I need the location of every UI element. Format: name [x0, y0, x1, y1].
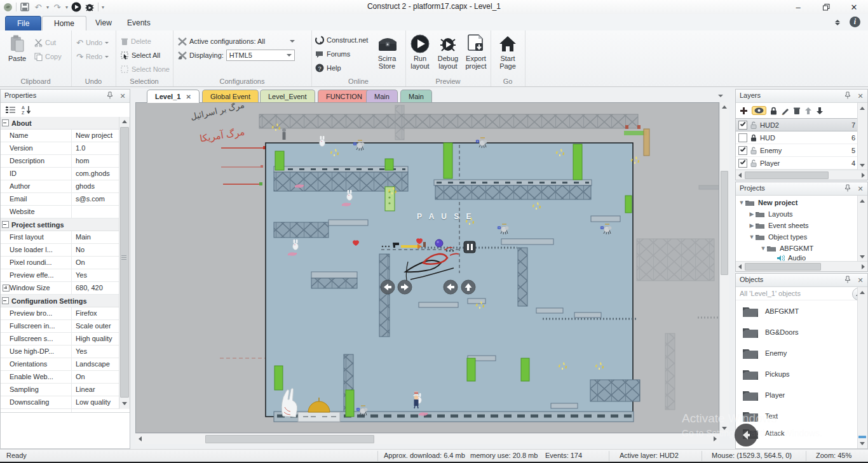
tab-overflow-dropdown[interactable]: [718, 95, 723, 97]
forums-link[interactable]: Forums: [315, 48, 350, 60]
property-row[interactable]: NameNew project: [1, 130, 120, 142]
objects-vscroll[interactable]: [857, 287, 867, 448]
close-tab-icon[interactable]: ✕: [186, 93, 191, 100]
object-folder-abfgkmt[interactable]: ABFGKMT: [736, 300, 858, 321]
property-row[interactable]: SamplingLinear: [1, 384, 120, 396]
undo-ribbon-button[interactable]: ↶ Undo: [76, 37, 109, 48]
property-row-window-size[interactable]: Window Size680, 420: [1, 282, 120, 295]
close-icon[interactable]: ✕: [856, 184, 865, 193]
delete-layer-icon[interactable]: [793, 107, 801, 115]
move-layer-down-icon[interactable]: [816, 107, 824, 115]
close-icon[interactable]: ✕: [856, 91, 865, 100]
properties-scrollbar[interactable]: [119, 117, 130, 409]
layer-visible-checkbox[interactable]: [738, 159, 747, 168]
minimize-button[interactable]: –: [784, 0, 812, 14]
debug-layout-button[interactable]: Debug layout: [433, 34, 463, 70]
property-row[interactable]: Descriptionhom: [1, 155, 120, 168]
paste-button[interactable]: Paste: [3, 34, 32, 62]
delete-button[interactable]: Delete: [121, 36, 151, 47]
layer-row-hud[interactable]: HUD6: [736, 131, 858, 144]
tab-level-event[interactable]: Level_Event: [260, 90, 315, 103]
start-page-button[interactable]: Start Page: [493, 34, 522, 70]
property-row[interactable]: Preview effe...Yes: [1, 269, 120, 282]
property-row[interactable]: OrientationsLandscape: [1, 358, 120, 371]
property-row[interactable]: Pixel roundi...On: [1, 257, 120, 269]
property-row[interactable]: Website: [1, 206, 120, 218]
construct-net-link[interactable]: Construct.net: [315, 34, 368, 46]
close-icon[interactable]: ✕: [856, 276, 865, 285]
property-row[interactable]: Preview bro...Firefox: [1, 307, 120, 320]
property-row[interactable]: Fullscreen s...High quality: [1, 333, 120, 346]
restore-button[interactable]: [812, 0, 840, 14]
overlay-circle-button[interactable]: [735, 424, 757, 446]
layers-vscroll[interactable]: [857, 103, 867, 170]
pin-icon[interactable]: [107, 91, 116, 100]
property-row[interactable]: Fullscreen in...Scale outer: [1, 320, 120, 333]
tree-item-abfgkmt[interactable]: ▼ ABFGKMT: [738, 243, 858, 254]
run-layout-button[interactable]: Run layout: [405, 34, 435, 70]
property-row[interactable]: Version1.0: [1, 142, 120, 155]
layer-visible-checkbox[interactable]: [738, 146, 747, 155]
layer-row-player[interactable]: Player4: [736, 157, 858, 170]
redo-ribbon-button[interactable]: ↷ Redo: [76, 51, 109, 62]
tab-level-1[interactable]: Level_1✕: [147, 90, 200, 103]
active-configurations-button[interactable]: Active configurations: All: [178, 36, 265, 47]
categorized-view-icon[interactable]: [6, 106, 15, 114]
tab-main-event[interactable]: Main: [366, 90, 398, 103]
projects-hscroll[interactable]: [736, 261, 867, 271]
pin-icon[interactable]: [844, 184, 853, 193]
copy-button[interactable]: Copy: [34, 51, 62, 62]
layers-hscroll[interactable]: [736, 170, 867, 180]
object-folder-bgdoors[interactable]: BG&Doors: [736, 321, 858, 342]
canvas-vscrollbar[interactable]: [719, 102, 729, 433]
close-button[interactable]: ✕: [840, 0, 868, 14]
tab-main-layout[interactable]: Main: [400, 90, 432, 103]
property-row[interactable]: IDcom.ghods: [1, 168, 120, 180]
toggle-visibility-icon[interactable]: [752, 106, 766, 115]
property-row[interactable]: DownscalingLow quality: [1, 396, 120, 409]
soldier-sprite[interactable]: [282, 128, 286, 140]
pause-text-sprite[interactable]: P A U S E: [417, 212, 474, 221]
tree-item-event-sheets[interactable]: ▶ Event sheets: [738, 220, 858, 231]
lock-layer-icon[interactable]: [770, 107, 777, 115]
scirra-store-button[interactable]: Scirra Store: [372, 34, 402, 70]
object-folder-enemy[interactable]: Enemy: [736, 342, 858, 363]
layer-row-hud2[interactable]: HUD27: [736, 118, 858, 131]
property-row[interactable]: Enable Web...On: [1, 371, 120, 384]
help-link[interactable]: ? Help: [315, 62, 341, 74]
layer-visible-checkbox[interactable]: [738, 121, 747, 130]
layer-row-enemy[interactable]: Enemy5: [736, 144, 858, 157]
layout-editor-canvas[interactable]: P A U S E مرگ بر اسرائیل مرگ آمریکا: [135, 102, 719, 433]
displaying-select[interactable]: HTML5: [226, 50, 295, 61]
rename-layer-icon[interactable]: [781, 107, 789, 115]
section-about[interactable]: About: [1, 117, 120, 130]
section-configuration-settings[interactable]: Configuration Settings: [1, 295, 120, 307]
cut-button[interactable]: Cut: [34, 37, 56, 48]
tab-file[interactable]: File: [5, 16, 41, 32]
tab-function[interactable]: FUNCTION: [318, 90, 370, 103]
property-row[interactable]: Use loader l...No: [1, 244, 120, 257]
select-all-button[interactable]: Select All: [121, 50, 160, 61]
about-info-button[interactable]: i: [850, 17, 860, 27]
section-project-settings[interactable]: Project settings: [1, 218, 120, 231]
tab-events[interactable]: Events: [116, 16, 162, 30]
projects-vscroll[interactable]: [857, 196, 867, 262]
property-row[interactable]: First layoutMain: [1, 231, 120, 244]
pin-icon[interactable]: [844, 276, 853, 285]
tab-home[interactable]: Home: [42, 16, 86, 32]
canvas-hscrollbar[interactable]: [135, 433, 719, 444]
tree-item-object-types[interactable]: ▼ Object types: [738, 231, 858, 243]
tree-item-new-project[interactable]: ▼ New project: [738, 197, 858, 208]
export-project-button[interactable]: Export project: [461, 34, 491, 70]
move-layer-up-icon[interactable]: [804, 107, 812, 115]
object-folder-pickups[interactable]: Pickups: [736, 363, 858, 384]
close-icon[interactable]: ✕: [118, 91, 127, 100]
property-row[interactable]: Authorghods: [1, 180, 120, 193]
property-row[interactable]: Use high-DP...Yes: [1, 346, 120, 358]
pin-icon[interactable]: [844, 91, 853, 100]
add-layer-icon[interactable]: [740, 107, 748, 115]
select-none-button[interactable]: Select None: [121, 64, 170, 75]
active-configurations-dropdown[interactable]: [290, 40, 295, 43]
collapse-ribbon-button[interactable]: [832, 18, 843, 27]
object-folder-text[interactable]: Text: [736, 405, 858, 426]
